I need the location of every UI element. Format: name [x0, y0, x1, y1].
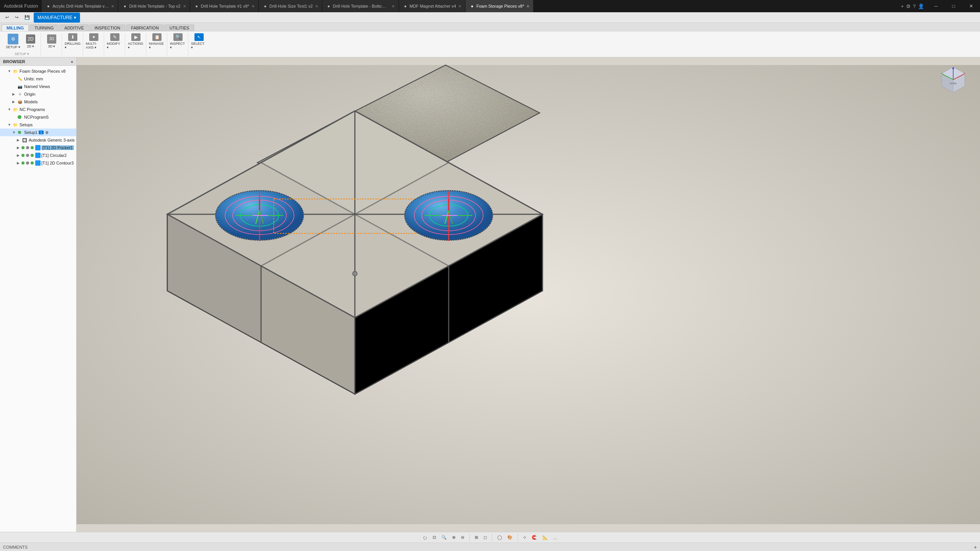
redo-button[interactable]: ↪ [13, 13, 21, 22]
title-bar: Autodesk Fusion ●Acrylic Drill Hole Temp… [0, 0, 980, 12]
svg-point-46 [353, 271, 357, 276]
tree-named-views[interactable]: 📷 Named Views [0, 83, 76, 90]
toolbar-group-multiaxis: ✦ MULTI-AXIS ▾ [84, 33, 104, 56]
browser-tree: ▼ 📁 Foam Storage Pieces v8 📏 Units: mm 📷… [0, 66, 76, 532]
scene-3d [77, 57, 980, 532]
ncprogram-icon [17, 114, 23, 120]
toolbar-group-setup: ⚙ SETUP ▾ 2D 2D ▾ SETUP ▾ [3, 33, 41, 56]
zoom-button[interactable]: 🔍 [439, 533, 449, 542]
display-mode-button[interactable]: ⊞ [473, 533, 480, 542]
tree-ncprogram5[interactable]: NCProgram5 [0, 113, 76, 121]
tab-utilities[interactable]: UTILITIES [165, 24, 194, 31]
measure-button[interactable]: 📐 [541, 533, 550, 542]
more-button[interactable]: … [551, 533, 559, 542]
browser-panel: BROWSER « ▼ 📁 Foam Storage Pieces v8 📏 U… [0, 57, 77, 532]
tab-fabrication[interactable]: FABRICATION [126, 24, 164, 31]
zoom-in-button[interactable]: ⊕ [450, 533, 457, 542]
effects-button[interactable]: 🎨 [505, 533, 514, 542]
tabs-container: ●Acrylic Drill Hole Template v19✕ ●Drill… [42, 0, 898, 12]
toolbar-group-manage: 📋 MANAGE ▾ [147, 33, 167, 56]
named-views-icon: 📷 [17, 83, 23, 90]
tree-generic-3axis[interactable]: ▶ 🔲 Autodesk Generic 3-axis R... [0, 136, 76, 144]
tree-models[interactable]: ▶ 📦 Models [0, 98, 76, 106]
account-icon[interactable]: 👤 [918, 3, 924, 9]
browser-collapse-icon[interactable]: « [71, 59, 73, 64]
tree-2dcontour3[interactable]: ▶ [T1] 2D Contour3 [0, 159, 76, 167]
3d-button[interactable]: 3D 3D ▾ [43, 33, 60, 50]
browser-title: BROWSER [3, 59, 25, 64]
app-logo: Autodesk Fusion [0, 3, 42, 9]
main-content: BROWSER « ▼ 📁 Foam Storage Pieces v8 📏 U… [0, 57, 980, 532]
units-icon: 📏 [17, 76, 23, 82]
toolbar-group-3d: 3D 3D ▾ [42, 33, 62, 56]
toolbar-group-drilling: ⬇ DRILLING ▾ [63, 33, 83, 56]
browser-header: BROWSER « [0, 57, 76, 66]
quick-access-toolbar: ↩ ↪ 💾 MANUFACTURE ▾ [0, 12, 980, 23]
inspect-button[interactable]: 🔍 INSPECT ▾ [170, 33, 186, 50]
save-button[interactable]: 💾 [22, 13, 32, 22]
grid-button[interactable]: ⊹ [521, 533, 528, 542]
maximize-button[interactable]: □ [945, 0, 962, 12]
shading-button[interactable]: ◻ [482, 533, 489, 542]
help-icon[interactable]: ? [913, 3, 916, 9]
comments-label: COMMENTS [3, 545, 28, 549]
setup-button[interactable]: ⚙ SETUP ▾ [5, 33, 21, 50]
tree-circular2[interactable]: ▶ [T1] Circular2 [0, 152, 76, 159]
tab-6[interactable]: ●MDF Magnet Attacher v4✕ [399, 0, 466, 12]
svg-text:HOME: HOME [950, 82, 957, 85]
toolbar-group-select: ↖ SELECT ▾ [189, 33, 209, 56]
zoom-out-button[interactable]: ⊖ [459, 533, 466, 542]
tab-milling[interactable]: MILLING [2, 24, 29, 31]
multiaxis-button[interactable]: ✦ MULTI-AXIS ▾ [85, 33, 102, 50]
select-button[interactable]: ↖ SELECT ▾ [191, 33, 207, 50]
viewport[interactable]: HOME [77, 57, 980, 532]
2d-button[interactable]: 2D 2D ▾ [22, 33, 39, 50]
comments-bar: COMMENTS + [0, 543, 980, 551]
tree-root[interactable]: ▼ 📁 Foam Storage Pieces v8 [0, 67, 76, 75]
tab-turning[interactable]: TURNING [29, 24, 59, 31]
tree-2dpocket1[interactable]: ▶ [T1] 2D Pocket1 [0, 144, 76, 152]
setups-icon: 📁 [12, 122, 18, 128]
nc-programs-icon: 📁 [12, 106, 18, 112]
origin-icon: ✛ [17, 91, 23, 97]
drilling-button[interactable]: ⬇ DRILLING ▾ [64, 33, 81, 50]
snap-button[interactable]: 🧲 [530, 533, 539, 542]
tree-setup1[interactable]: ▼ Setup1 1 ⚙ [0, 129, 76, 136]
close-button[interactable]: ✕ [962, 0, 980, 12]
tab-inspection[interactable]: INSPECTION [90, 24, 125, 31]
tab-7-active[interactable]: ●Foam Storage Pieces v8*✕ [466, 0, 534, 12]
tree-setups[interactable]: ▼ 📁 Setups [0, 121, 76, 129]
bottom-toolbar: ⭮ ⊡ 🔍 ⊕ ⊖ ⊞ ◻ ◯ 🎨 ⊹ 🧲 📐 … [0, 532, 980, 543]
fit-view-button[interactable]: ⊡ [431, 533, 438, 542]
tab-5[interactable]: ●Drill Hole Template - Bottom v9✕ [322, 0, 399, 12]
models-icon: 📦 [17, 99, 23, 105]
actions-button[interactable]: ▶ ACTIONS ▾ [127, 33, 144, 50]
comments-add-icon[interactable]: + [974, 544, 977, 550]
manufacture-dropdown[interactable]: MANUFACTURE ▾ [34, 13, 80, 23]
setup1-icon [17, 129, 23, 135]
main-toolbar: ⚙ SETUP ▾ 2D 2D ▾ SETUP ▾ 3D 3D ▾ ⬇ DRIL… [0, 31, 980, 57]
add-tab-icon[interactable]: + [901, 3, 904, 9]
tab-additive[interactable]: ADDITIVE [59, 24, 89, 31]
workflow-tabs: MILLING TURNING ADDITIVE INSPECTION FABR… [0, 23, 980, 31]
undo-button[interactable]: ↩ [3, 13, 11, 22]
tab-2[interactable]: ●Drill Hole Template - Top v2✕ [118, 0, 190, 12]
tree-origin[interactable]: ▶ ✛ Origin [0, 90, 76, 98]
minimize-button[interactable]: ─ [927, 0, 945, 12]
folder-icon: 📁 [12, 68, 18, 74]
operation-icon-1: 🔲 [21, 137, 28, 143]
tree-units[interactable]: 📏 Units: mm [0, 75, 76, 83]
window-controls: ─ □ ✕ [927, 0, 980, 12]
perspective-button[interactable]: ◯ [495, 533, 504, 542]
settings-icon[interactable]: ⚙ [906, 3, 911, 9]
modify-button[interactable]: ✎ MODIFY ▾ [106, 33, 123, 50]
manage-button[interactable]: 📋 MANAGE ▾ [149, 33, 165, 50]
tree-nc-programs[interactable]: ▼ 📁 NC Programs [0, 106, 76, 113]
viewcube[interactable]: HOME [938, 65, 969, 96]
toolbar-group-inspect: 🔍 INSPECT ▾ [168, 33, 188, 56]
tab-4[interactable]: ●Drill Hole Size Test1 v2✕ [259, 0, 322, 12]
tab-1[interactable]: ●Acrylic Drill Hole Template v19✕ [42, 0, 118, 12]
tab-3[interactable]: ●Drill Hole Template #1 v8*✕ [190, 0, 259, 12]
toolbar-group-actions: ▶ ACTIONS ▾ [126, 33, 146, 56]
orbit-button[interactable]: ⭮ [421, 533, 429, 542]
